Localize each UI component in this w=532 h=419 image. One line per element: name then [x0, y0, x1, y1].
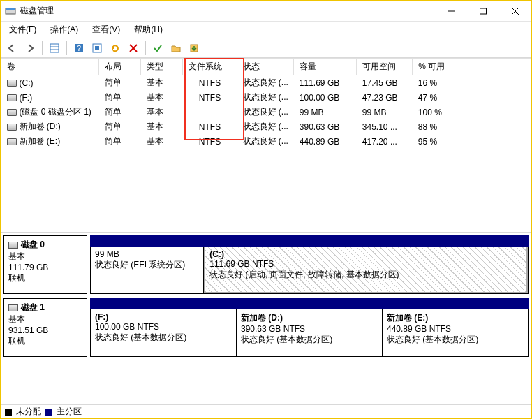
- legend-primary-swatch: [45, 409, 52, 416]
- drive-icon: [7, 109, 17, 116]
- disk-row: 磁盘 1基本931.51 GB联机(F:)100.00 GB NTFS状态良好 …: [3, 298, 529, 357]
- table-row[interactable]: (C:)简单基本NTFS状态良好 (...111.69 GB17.45 GB16…: [1, 75, 531, 91]
- drive-icon: [7, 138, 17, 145]
- app-icon: [5, 6, 16, 17]
- help-button[interactable]: ?: [71, 40, 87, 57]
- delete-button[interactable]: [125, 40, 142, 57]
- disk-header[interactable]: 磁盘 0基本111.79 GB联机: [3, 235, 87, 294]
- checkmark-button[interactable]: [149, 40, 166, 57]
- import-button[interactable]: [186, 40, 202, 57]
- disk-graphic-pane[interactable]: 磁盘 0基本111.79 GB联机99 MB状态良好 (EFI 系统分区)(C:…: [1, 233, 531, 404]
- folder-button[interactable]: [168, 40, 184, 57]
- col-status[interactable]: 状态: [237, 59, 294, 75]
- window-title: 磁盘管理: [20, 5, 435, 17]
- maximize-button[interactable]: [467, 1, 499, 22]
- col-layout[interactable]: 布局: [99, 59, 141, 75]
- view-list-button[interactable]: [46, 40, 63, 57]
- svg-rect-12: [95, 46, 99, 50]
- disk-icon: [8, 242, 18, 249]
- disk-header[interactable]: 磁盘 1基本931.51 GB联机: [3, 298, 87, 357]
- disk-row: 磁盘 0基本111.79 GB联机99 MB状态良好 (EFI 系统分区)(C:…: [3, 235, 529, 294]
- forward-button[interactable]: [22, 40, 38, 57]
- legend-primary-label: 主分区: [57, 406, 82, 418]
- partition[interactable]: 99 MB状态良好 (EFI 系统分区): [91, 247, 204, 293]
- table-row[interactable]: 新加卷 (D:)简单基本NTFS状态良好 (...390.63 GB345.10…: [1, 119, 531, 134]
- legend-unalloc-label: 未分配: [16, 406, 41, 418]
- partition[interactable]: (C:)111.69 GB NTFS状态良好 (启动, 页面文件, 故障转储, …: [204, 247, 528, 293]
- col-fs[interactable]: 文件系统: [183, 59, 237, 75]
- menu-file[interactable]: 文件(F): [3, 22, 42, 37]
- titlebar: 磁盘管理: [1, 1, 531, 22]
- svg-rect-3: [480, 8, 487, 14]
- partition[interactable]: 新加卷 (E:)440.89 GB NTFS状态良好 (基本数据分区): [383, 309, 528, 356]
- col-volume[interactable]: 卷: [1, 59, 99, 75]
- disk-capacity-bar: [90, 298, 529, 309]
- svg-text:?: ?: [77, 44, 81, 52]
- table-row[interactable]: (磁盘 0 磁盘分区 1)简单基本状态良好 (...99 MB99 MB100 …: [1, 105, 531, 119]
- menu-action[interactable]: 操作(A): [45, 22, 84, 37]
- svg-rect-1: [6, 8, 15, 10]
- legend-unalloc-swatch: [5, 409, 12, 416]
- close-button[interactable]: [499, 1, 531, 22]
- volume-list-pane[interactable]: 卷 布局 类型 文件系统 状态 容量 可用空间 % 可用 (C:)简单基本NTF…: [1, 58, 531, 233]
- table-row[interactable]: (F:)简单基本NTFS状态良好 (...100.00 GB47.23 GB47…: [1, 90, 531, 105]
- table-row[interactable]: 新加卷 (E:)简单基本NTFS状态良好 (...440.89 GB417.20…: [1, 134, 531, 149]
- col-type[interactable]: 类型: [141, 59, 183, 75]
- menubar: 文件(F) 操作(A) 查看(V) 帮助(H): [1, 22, 531, 38]
- menu-help[interactable]: 帮助(H): [128, 22, 168, 37]
- col-free[interactable]: 可用空间: [357, 59, 413, 75]
- refresh-button[interactable]: [107, 40, 124, 57]
- disk-icon: [8, 304, 18, 311]
- menu-view[interactable]: 查看(V): [87, 22, 126, 37]
- legend: 未分配 主分区: [1, 404, 531, 418]
- partition[interactable]: 新加卷 (D:)390.63 GB NTFS状态良好 (基本数据分区): [237, 309, 383, 356]
- drive-icon: [7, 80, 17, 87]
- drive-icon: [7, 94, 17, 101]
- back-button[interactable]: [3, 40, 20, 57]
- toolbar: ?: [1, 38, 531, 58]
- col-pctfree[interactable]: % 可用: [413, 59, 531, 75]
- disk-capacity-bar: [90, 235, 529, 247]
- drive-icon: [7, 124, 17, 131]
- minimize-button[interactable]: [435, 1, 467, 22]
- svg-rect-6: [50, 44, 59, 52]
- partition[interactable]: (F:)100.00 GB NTFS状态良好 (基本数据分区): [91, 309, 237, 356]
- volume-table: 卷 布局 类型 文件系统 状态 容量 可用空间 % 可用 (C:)简单基本NTF…: [1, 58, 531, 149]
- col-capacity[interactable]: 容量: [294, 59, 357, 75]
- settings-button[interactable]: [89, 40, 105, 57]
